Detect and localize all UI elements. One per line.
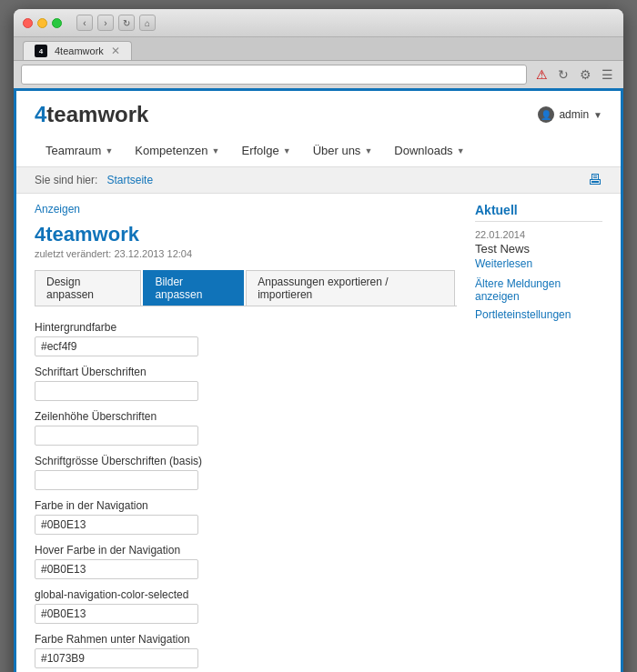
tab-bilder[interactable]: Bilder anpassen [143, 270, 244, 306]
site-header-top: 4teamwork 👤 admin ▼ [35, 102, 602, 127]
nav-arrow-erfolge: ▼ [283, 146, 291, 155]
input-global-nav-selected[interactable] [35, 604, 198, 624]
portlet-link[interactable]: Portleteinstellungen [475, 308, 602, 321]
design-form: Hintergrundfarbe Schriftart Überschrifte… [35, 321, 457, 672]
form-group-global-nav-selected: global-navigation-color-selected [35, 588, 457, 624]
input-zeilenhoehe[interactable] [35, 426, 198, 446]
label-schriftgroesse: Schriftgrösse Überschriften (basis) [35, 455, 457, 467]
browser-tab[interactable]: 4 4teamwork ✕ [23, 41, 132, 60]
label-zeilenhoehe: Zeilenhöhe Überschriften [35, 410, 457, 423]
form-group-schriftgroesse: Schriftgrösse Überschriften (basis) [35, 455, 457, 490]
minimize-button[interactable] [37, 18, 47, 28]
form-group-hintergrundfarbe: Hintergrundfarbe [35, 321, 457, 356]
form-group-zeilenhoehe: Zeilenhöhe Überschriften [35, 410, 457, 446]
page-subtitle: zuletzt verändert: 23.12.2013 12:04 [35, 248, 457, 259]
print-icon[interactable]: 🖶 [588, 172, 602, 188]
user-icon: 👤 [538, 106, 554, 123]
tab-design[interactable]: Design anpassen [35, 270, 141, 306]
nav-label-teamraum: Teamraum [46, 144, 101, 157]
nav-item-kompetenzen[interactable]: Kompetenzen ▼ [124, 136, 230, 166]
breadcrumb: Sie sind hier: Startseite [35, 174, 153, 186]
browser-window: ‹ › ↻ ⌂ 4 4teamwork ✕ ⚠ ↻ ⚙ ☰ 4teamwork [14, 9, 623, 672]
user-label: admin [559, 108, 589, 121]
tab-title: 4teamwork [55, 45, 104, 56]
tab-anpassungen-label: Anpassungen exportieren / importieren [258, 276, 388, 301]
form-group-hover-farbe-nav: Hover Farbe in der Navigation [35, 544, 457, 579]
nav-item-downloads[interactable]: Downloads ▼ [383, 136, 475, 166]
input-schriftgroesse[interactable] [35, 470, 198, 490]
label-hover-farbe-nav: Hover Farbe in der Navigation [35, 544, 457, 557]
nav-item-teamraum[interactable]: Teamraum ▼ [35, 136, 124, 166]
label-farbe-rahmen: Farbe Rahmen unter Navigation [35, 633, 457, 646]
older-news-link[interactable]: Ältere Meldungen anzeigen [475, 277, 602, 303]
input-hover-farbe-nav[interactable] [35, 559, 198, 579]
tab-bar: 4 4teamwork ✕ [14, 37, 623, 61]
address-bar[interactable] [21, 65, 527, 85]
user-dropdown-icon[interactable]: ▼ [593, 110, 602, 120]
address-bar-row: ⚠ ↻ ⚙ ☰ [14, 61, 623, 88]
content-area: Anzeigen 4teamwork zuletzt verändert: 23… [35, 203, 457, 672]
maximize-button[interactable] [52, 18, 62, 28]
browser-titlebar: ‹ › ↻ ⌂ [14, 9, 623, 37]
toolbar-icons: ⚠ ↻ ⚙ ☰ [532, 65, 616, 84]
page-title: 4teamwork [35, 223, 457, 246]
page-content: 4teamwork 👤 admin ▼ Teamraum ▼ Kompetenz… [14, 88, 623, 672]
nav-label-kompetenzen: Kompetenzen [135, 144, 207, 157]
breadcrumb-link[interactable]: Startseite [106, 174, 153, 186]
input-hintergrundfarbe[interactable] [35, 336, 198, 356]
refresh-icon[interactable]: ↻ [554, 65, 572, 84]
main-layout: Anzeigen 4teamwork zuletzt verändert: 23… [16, 194, 621, 672]
input-schriftart[interactable] [35, 381, 198, 401]
nav-arrow-downloads: ▼ [457, 146, 465, 155]
nav-arrow-kompetenzen: ▼ [212, 146, 220, 155]
tab-anpassungen[interactable]: Anpassungen exportieren / importieren [246, 270, 455, 306]
browser-nav: ‹ › ↻ ⌂ [76, 15, 156, 31]
tab-design-label: Design anpassen [46, 276, 94, 301]
nav-arrow-teamraum: ▼ [105, 146, 113, 155]
site-header: 4teamwork 👤 admin ▼ Teamraum ▼ Kompetenz… [16, 91, 621, 167]
refresh-button[interactable]: ↻ [118, 15, 135, 31]
form-group-schriftart: Schriftart Überschriften [35, 366, 457, 401]
nav-arrow-ueber-uns: ▼ [364, 146, 372, 155]
input-farbe-rahmen[interactable] [35, 648, 198, 668]
forward-button[interactable]: › [97, 15, 114, 31]
label-schriftart: Schriftart Überschriften [35, 366, 457, 378]
news-weiterlesen-link[interactable]: Weiterlesen [475, 257, 602, 270]
menu-icon[interactable]: ☰ [598, 65, 616, 84]
sidebar-title: Aktuell [475, 203, 602, 222]
user-area: 👤 admin ▼ [538, 106, 602, 123]
tabs: Design anpassen Bilder anpassen Anpassun… [35, 270, 457, 306]
news-title: Test News [475, 242, 602, 256]
anzeigen-link[interactable]: Anzeigen [35, 203, 457, 216]
news-date: 22.01.2014 [475, 229, 602, 240]
form-group-farbe-nav: Farbe in der Navigation [35, 499, 457, 535]
security-icon: ⚠ [532, 65, 551, 84]
nav-label-ueber-uns: Über uns [313, 144, 361, 157]
label-hintergrundfarbe: Hintergrundfarbe [35, 321, 457, 334]
site-logo: 4teamwork [35, 102, 148, 127]
nav-item-erfolge[interactable]: Erfolge ▼ [231, 136, 302, 166]
label-global-nav-selected: global-navigation-color-selected [35, 588, 457, 601]
settings-icon[interactable]: ⚙ [576, 65, 594, 84]
breadcrumb-prefix: Sie sind hier: [35, 174, 97, 186]
nav-item-ueber-uns[interactable]: Über uns ▼ [302, 136, 384, 166]
logo-text: teamwork [46, 102, 148, 126]
tab-bilder-label: Bilder anpassen [155, 276, 202, 301]
sidebar: Aktuell 22.01.2014 Test News Weiterlesen… [475, 203, 602, 672]
input-farbe-nav[interactable] [35, 515, 198, 535]
traffic-lights [23, 18, 62, 28]
nav-menu: Teamraum ▼ Kompetenzen ▼ Erfolge ▼ Über … [35, 136, 602, 166]
back-button[interactable]: ‹ [76, 15, 93, 31]
logo-four: 4 [35, 102, 46, 126]
tab-close-icon[interactable]: ✕ [111, 45, 120, 57]
nav-label-downloads: Downloads [394, 144, 452, 157]
home-button[interactable]: ⌂ [139, 15, 156, 31]
close-button[interactable] [23, 18, 33, 28]
nav-label-erfolge: Erfolge [242, 144, 279, 157]
form-group-farbe-rahmen: Farbe Rahmen unter Navigation [35, 633, 457, 668]
tab-favicon: 4 [35, 45, 47, 57]
label-farbe-nav: Farbe in der Navigation [35, 499, 457, 512]
breadcrumb-bar: Sie sind hier: Startseite 🖶 [16, 167, 621, 194]
